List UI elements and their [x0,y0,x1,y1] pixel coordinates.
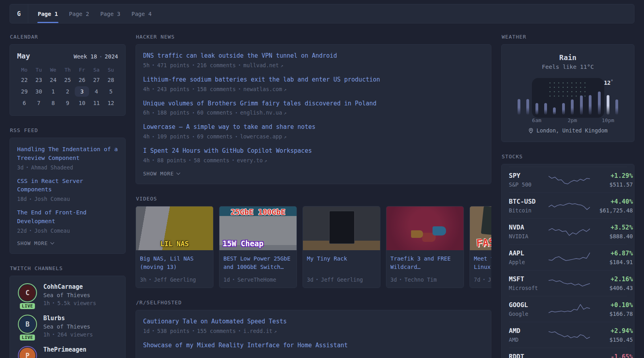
item-comments-link[interactable]: 158 comments [197,86,236,92]
twitch-avatar[interactable]: P [18,346,37,358]
item-comments-link[interactable]: 155 comments [197,328,236,334]
chevron-down-icon [50,241,54,245]
stocks-card: SPY S&P 500 +1.29% $511.57 [501,164,634,358]
stocks-widget: STOCKS SPY S&P 500 [501,154,634,358]
twitch-channel-name[interactable]: Blurbs [43,315,93,322]
page-tab[interactable]: Page 3 [95,4,126,23]
rss-item-author: Josh Comeau [34,196,70,202]
twitch-channel-name[interactable]: ThePrimeagen [43,346,86,353]
hacker-news-item-title[interactable]: Unique volumes of Brothers Grimm fairy t… [143,99,484,108]
item-comments-link[interactable]: 69 comments [197,133,233,140]
item-points: 471 points [157,62,189,68]
page-tab[interactable]: Page 1 [32,4,64,23]
calendar-weekday: Tu [31,65,46,75]
item-source-link[interactable]: every.to [237,157,267,163]
hacker-news-show-more-button[interactable]: SHOW MORE [143,171,484,177]
video-thumbnail[interactable]: 25GbE 100GbE 15W Cheap [219,206,297,250]
page-tab[interactable]: Page 4 [126,4,157,23]
video-channel-link[interactable]: Techno Tim [404,276,436,283]
calendar-day: 7 [31,98,46,108]
calendar-day: 5 [104,86,118,97]
weather-bar-slot [613,79,621,115]
reddit-post-title[interactable]: Showcase of my Mixed Reality Interface f… [143,341,484,350]
twitch-channel-name[interactable]: CohhCarnage [43,283,96,290]
calendar-day: 1 [46,86,60,97]
thumbnail-overlay-text: FAS [476,236,491,249]
stock-row[interactable]: RDDT -1.65% [509,348,627,358]
twitch-game: Sea of Thieves [43,292,96,298]
hacker-news-section-title: HACKER NEWS [136,34,491,40]
item-source-link[interactable]: lowercase.app [240,133,287,140]
degree-symbol: ° [611,79,613,86]
page-tab[interactable]: Page 2 [64,4,95,23]
weather-hour-label: 2pm [568,117,577,123]
hacker-news-item-title[interactable]: Lithium-free sodium batteries exit the l… [143,76,484,84]
video-title[interactable]: Meet the Linux Clu [474,255,491,272]
rss-item: CSS in React Server Components 18d Josh … [17,177,118,202]
video-channel-link[interactable]: Jeff Geerling [154,276,196,283]
item-source-link[interactable]: newatlas.com [243,86,287,92]
stock-row[interactable]: GOOGL Google +0.10% $166.78 [509,296,627,322]
stock-name: Microsoft [509,285,549,291]
calendar-day: 27 [89,75,103,85]
video-channel-link[interactable]: ServeTheHome [237,276,276,283]
thumbnail-overlay-text: 15W Cheap [223,239,264,248]
weather-hour-label: 10pm [602,117,614,123]
video-title[interactable]: Traefik 3 and FREE Wildcard… [390,255,460,272]
rss-show-more-button[interactable]: SHOW MORE [17,240,118,246]
rss-item-author: Ahmad Shadeed [31,164,73,171]
video-channel-link[interactable]: Jeff Geerling [321,276,363,283]
stock-name: AMD [509,337,549,343]
stock-sparkline [549,172,590,187]
weather-bar-slot [577,79,586,115]
app-logo[interactable]: G [10,4,28,23]
weather-bar-slot [523,79,532,115]
item-comments-link[interactable]: 216 comments [197,62,236,68]
video-thumbnail[interactable] [303,206,380,250]
rss-item-title[interactable]: Handling The Indentation of a Treeview C… [17,145,118,163]
stock-row[interactable]: AMD AMD +2.94% $150.45 [509,322,627,348]
stock-row[interactable]: NVDA NVIDIA +3.52% $888.40 [509,218,627,244]
rss-item-title[interactable]: CSS in React Server Components [17,177,118,195]
item-source-link[interactable]: english.nv.ua [240,109,287,116]
dot-separator [233,279,234,280]
rss-item-meta: 18d Josh Comeau [17,196,118,202]
video-title[interactable]: Big NAS, Lil NAS (moving 13) [140,255,209,272]
weather-bar [526,99,529,115]
stock-row[interactable]: BTC-USD Bitcoin +4.40% $61,725.48 [509,193,627,218]
dot-separator [193,88,194,90]
video-title[interactable]: BEST Low Power 25GbE and 100GbE Switch… [223,255,293,272]
video-title[interactable]: My Tiny Rack [307,255,376,263]
hacker-news-item-title[interactable]: Lowercase – A simple way to take and sha… [143,123,484,132]
weather-bar-slot [550,79,559,115]
stock-symbol: SPY [509,172,549,179]
calendar-day: 30 [31,86,46,97]
video-channel-link[interactable]: Jeff [488,276,491,283]
item-source-link[interactable]: mullvad.net [243,62,283,68]
reddit-post-title[interactable]: Cautionary Tale on Automated Speed Tests [143,317,484,326]
calendar-card: May Week 18 2024 Mo Tu [10,44,126,116]
weather-bar-slot [595,79,603,115]
stock-sparkline [549,276,590,291]
selfhosted-section-title: /R/SELFHOSTED [136,300,491,305]
stock-change-percent: +1.29% [590,172,633,179]
video-thumbnail[interactable] [386,206,464,250]
dot-separator [193,330,194,331]
video-thumbnail[interactable]: LIL NAS [136,206,213,250]
item-comments-link[interactable]: 60 comments [197,109,233,116]
weather-bar [544,103,547,115]
stock-row[interactable]: MSFT Microsoft +2.16% $406.43 [509,270,627,296]
dot-separator [236,112,237,113]
stock-row[interactable]: SPY S&P 500 +1.29% $511.57 [509,167,627,193]
hacker-news-item-title[interactable]: DNS traffic can leak outside the VPN tun… [143,52,484,60]
rss-item-title[interactable]: The End of Front-End Development [17,208,118,226]
hacker-news-item-title[interactable]: I Spent 24 Hours with GitHub Copilot Wor… [143,147,484,156]
stock-row[interactable]: AAPL Apple +6.87% $184.91 [509,244,627,270]
item-age: 6h [143,109,149,116]
item-source-link[interactable]: i.redd.it [243,328,277,334]
item-comments-link[interactable]: 58 comments [194,157,229,163]
stock-sparkline [549,302,590,317]
video-thumbnail[interactable]: FAS [470,206,491,250]
twitch-avatar[interactable]: C [18,283,37,302]
twitch-avatar[interactable]: B [18,315,37,334]
